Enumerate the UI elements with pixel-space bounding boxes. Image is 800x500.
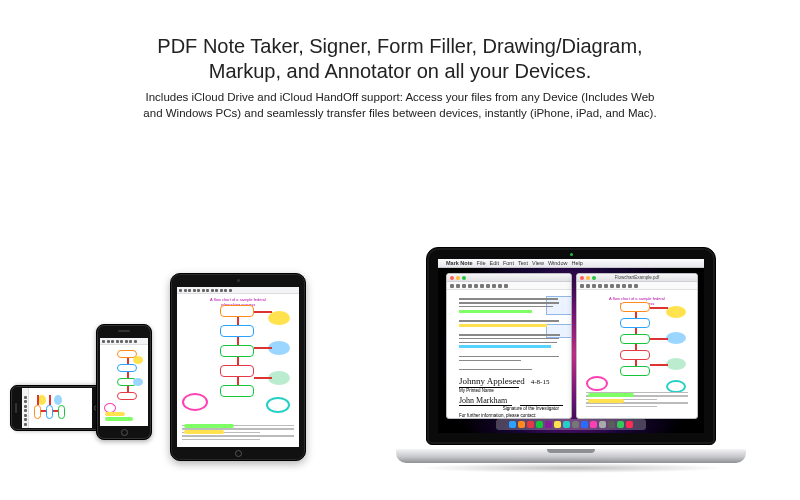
mac-win2-toolbar (577, 282, 697, 290)
dock-app-icon (527, 421, 534, 428)
iphone-landscape (10, 385, 104, 431)
dock-app-icon (608, 421, 615, 428)
menu-help: Help (571, 259, 582, 267)
dock-app-icon (617, 421, 624, 428)
dock-app-icon (554, 421, 561, 428)
dock-app-icon (536, 421, 543, 428)
mac-desktop: Mark Note File Edit Font Text View Windo… (438, 259, 704, 433)
dock-app-icon (545, 421, 552, 428)
mac-window-consent: Johnny Appleseed 4-8-15 My Printed Name … (446, 273, 572, 419)
mac-window-flowchart: FlowchartExample.pdf A flow chart of a s… (576, 273, 698, 419)
headline-line1: PDF Note Taker, Signer, Form Filler, Dra… (157, 35, 642, 57)
signature-date: 4-8-15 (531, 378, 550, 386)
ipad: A flow chart of a sample federal rulemak… (170, 273, 306, 461)
dock-app-icon (563, 421, 570, 428)
mac-dock (496, 419, 646, 430)
menu-text: Text (518, 259, 528, 267)
menu-edit: Edit (489, 259, 498, 267)
mac-win2-page: A flow chart of a sample federal rulemak… (581, 294, 693, 414)
iphone-doc (22, 388, 92, 428)
dock-app-icon (581, 421, 588, 428)
marketing-subline: Includes iCloud Drive and iCloud HandOff… (0, 90, 800, 121)
iphone2-doc (100, 338, 148, 426)
mac-menubar: Mark Note File Edit Font Text View Windo… (438, 259, 704, 268)
devices-row: A flow chart of a sample federal rulemak… (0, 229, 800, 500)
ipad-doc: A flow chart of a sample federal rulemak… (177, 287, 299, 447)
menu-window: Window (548, 259, 568, 267)
dock-app-icon (626, 421, 633, 428)
mac-win2-title: FlowchartExample.pdf (577, 274, 697, 282)
menu-font: Font (503, 259, 514, 267)
menu-view: View (532, 259, 544, 267)
mac-win1-toolbar (447, 282, 571, 290)
subline-line2: and Windows PCs) and seamlessly transfer… (143, 107, 656, 119)
dock-app-icon (599, 421, 606, 428)
iphone-portrait (96, 324, 152, 440)
marketing-headline: PDF Note Taker, Signer, Form Filler, Dra… (0, 34, 800, 84)
menu-file: File (477, 259, 486, 267)
dock-app-icon (590, 421, 597, 428)
dock-app-icon (509, 421, 516, 428)
dock-app-icon (572, 421, 579, 428)
menu-appname: Mark Note (446, 259, 473, 267)
signature-1: Johnny Appleseed (459, 376, 525, 386)
signature-2: John Markham (459, 396, 507, 405)
dock-app-icon (518, 421, 525, 428)
headline-line2: Markup, and Annotator on all your Device… (209, 60, 591, 82)
mac-win1-page: Johnny Appleseed 4-8-15 My Printed Name … (451, 294, 567, 414)
macbook: Mark Note File Edit Font Text View Windo… (396, 247, 746, 491)
subline-line1: Includes iCloud Drive and iCloud HandOff… (145, 91, 654, 103)
ipad-doc-title: A flow chart of a sample federal rulemak… (203, 297, 273, 301)
